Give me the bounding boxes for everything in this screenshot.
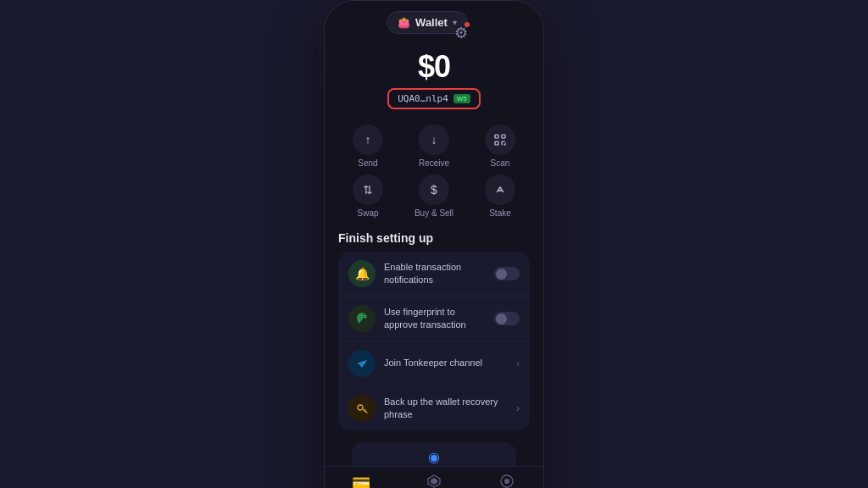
stake-label: Stake	[489, 208, 511, 218]
settings-button[interactable]: ⚙	[454, 24, 468, 42]
swap-icon: ⇅	[353, 175, 383, 205]
send-button[interactable]: ↑ Send	[338, 125, 398, 168]
send-label: Send	[358, 158, 377, 168]
svg-marker-12	[431, 478, 437, 485]
svg-rect-1	[502, 135, 505, 138]
wallet-nav-icon: 💳	[352, 474, 370, 488]
actions-grid: ↑ Send ↓ Receive	[325, 114, 543, 223]
svg-line-10	[364, 410, 365, 411]
balance-section: $0 UQA0…nlp4 W5	[325, 41, 543, 114]
screen: 👛 Wallet ▾ ⚙ $0 UQA0…nlp4 W5 ↑ Send ↓	[325, 1, 543, 488]
partial-card-icon: ◉	[428, 449, 440, 465]
fingerprint-item[interactable]: Use fingerprint to approve transaction	[338, 297, 530, 341]
svg-point-8	[358, 405, 363, 410]
wallet-title: Wallet	[415, 16, 448, 29]
send-icon: ↑	[353, 125, 383, 155]
partial-card-container: ◉	[325, 435, 543, 466]
scan-label: Scan	[491, 158, 510, 168]
scan-button[interactable]: Scan	[470, 125, 530, 168]
notifications-item[interactable]: 🔔 Enable transaction notifications	[338, 252, 530, 297]
header: 👛 Wallet ▾ ⚙	[325, 1, 543, 41]
svg-point-14	[504, 479, 509, 484]
balance-amount: $0	[418, 49, 450, 85]
wallet-emoji-icon: 👛	[398, 17, 410, 29]
receive-label: Receive	[419, 158, 449, 168]
browser-nav-icon	[499, 474, 515, 488]
nav-browser[interactable]: Browser	[470, 474, 543, 488]
nav-history[interactable]: History	[398, 474, 470, 488]
bell-icon: 🔔	[348, 260, 376, 287]
buy-sell-button[interactable]: $ Buy & Sell	[404, 175, 464, 218]
notifications-text: Enable transaction notifications	[384, 261, 486, 287]
svg-rect-0	[495, 135, 498, 138]
stake-icon	[485, 175, 515, 205]
partial-card: ◉	[352, 442, 516, 466]
notifications-toggle[interactable]	[494, 267, 520, 280]
backup-text: Back up the wallet recovery phrase	[384, 396, 508, 422]
key-icon	[348, 395, 376, 422]
receive-button[interactable]: ↓ Receive	[404, 125, 464, 168]
buy-sell-icon: $	[419, 175, 449, 205]
telegram-text: Join Tonkeeper channel	[384, 357, 508, 369]
history-nav-icon	[426, 474, 442, 488]
telegram-icon	[348, 350, 376, 377]
telegram-item[interactable]: Join Tonkeeper channel ›	[338, 341, 530, 386]
bottom-nav: 💳 Wallet History	[325, 466, 543, 488]
wallet-address-box[interactable]: UQA0…nlp4 W5	[387, 88, 481, 109]
nav-wallet[interactable]: 💳 Wallet	[325, 474, 398, 488]
scan-icon	[485, 125, 515, 155]
swap-button[interactable]: ⇅ Swap	[338, 175, 398, 218]
fingerprint-text: Use fingerprint to approve transaction	[384, 306, 486, 332]
fingerprint-toggle[interactable]	[494, 312, 520, 325]
stake-button[interactable]: Stake	[470, 175, 530, 218]
telegram-chevron-icon: ›	[516, 358, 520, 369]
settings-icon: ⚙	[454, 25, 468, 42]
fingerprint-icon	[348, 305, 376, 332]
setup-section: Finish setting up 🔔 Enable transaction n…	[325, 223, 543, 435]
receive-icon: ↓	[419, 125, 449, 155]
swap-label: Swap	[357, 208, 378, 218]
buy-sell-label: Buy & Sell	[415, 208, 453, 218]
backup-chevron-icon: ›	[516, 402, 520, 414]
phone-container: 👛 Wallet ▾ ⚙ $0 UQA0…nlp4 W5 ↑ Send ↓	[324, 0, 544, 488]
setup-title: Finish setting up	[338, 231, 530, 245]
ws-badge: W5	[453, 94, 470, 103]
setup-card: 🔔 Enable transaction notifications	[338, 252, 530, 430]
backup-item[interactable]: Back up the wallet recovery phrase ›	[338, 386, 530, 430]
svg-rect-2	[495, 141, 498, 145]
wallet-address: UQA0…nlp4	[398, 93, 448, 104]
